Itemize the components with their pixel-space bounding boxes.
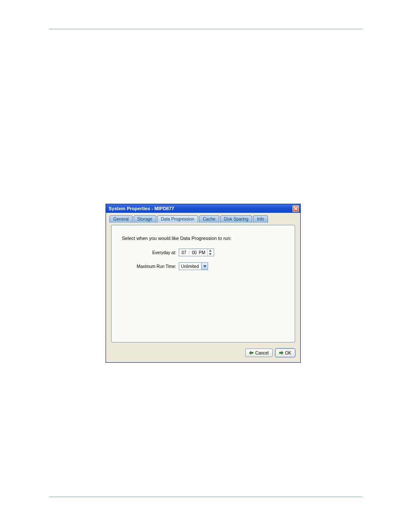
select-arrow-button[interactable] (201, 263, 208, 270)
close-icon (294, 207, 298, 211)
chevron-up-icon (209, 250, 212, 252)
max-run-value: Unlimited (181, 264, 199, 269)
ok-button[interactable]: OK (275, 348, 295, 357)
svg-marker-4 (203, 265, 206, 268)
time-ampm[interactable]: PM (198, 250, 206, 255)
window-title: System Properties - MIPD877 (109, 206, 174, 211)
everyday-row: Everyday at: 07 : 00 PM (133, 249, 287, 256)
content-panel: Select when you would like Data Progress… (111, 225, 295, 342)
svg-marker-6 (279, 351, 283, 355)
svg-marker-3 (209, 253, 212, 255)
tab-data-progression[interactable]: Data Progression (157, 215, 198, 223)
system-properties-dialog: System Properties - MIPD877 General Stor… (106, 204, 301, 363)
spin-down-button[interactable] (208, 252, 213, 256)
back-arrow-icon (249, 351, 253, 355)
cancel-label: Cancel (255, 351, 268, 355)
max-run-label: Maximum Run Time: (133, 264, 176, 269)
tab-label: Data Progression (161, 217, 194, 221)
ok-label: OK (285, 351, 291, 355)
tab-label: Cache (203, 217, 215, 221)
header-rule (49, 29, 362, 29)
tab-strip: General Storage Data Progression Cache D… (106, 213, 300, 223)
tab-label: Storage (137, 217, 153, 221)
footer-rule (49, 497, 362, 497)
tab-info[interactable]: Info (253, 215, 268, 223)
tab-storage[interactable]: Storage (134, 215, 156, 223)
time-input[interactable]: 07 : 00 PM (179, 249, 214, 256)
instruction-text: Select when you would like Data Progress… (122, 236, 287, 241)
time-hour[interactable]: 07 (180, 250, 188, 255)
tab-label: Info (257, 217, 264, 221)
close-button[interactable] (293, 205, 299, 212)
chevron-down-icon (209, 253, 212, 255)
time-spinner (207, 249, 213, 256)
dialog-buttons: Cancel OK (245, 348, 295, 357)
spin-up-button[interactable] (208, 249, 213, 252)
titlebar[interactable]: System Properties - MIPD877 (106, 204, 300, 213)
everyday-label: Everyday at: (133, 250, 176, 255)
dialog-body: General Storage Data Progression Cache D… (106, 213, 300, 362)
svg-marker-5 (249, 351, 253, 355)
cancel-button[interactable]: Cancel (245, 348, 272, 357)
svg-marker-2 (209, 250, 212, 252)
tab-general[interactable]: General (109, 215, 133, 223)
tab-cache[interactable]: Cache (199, 215, 219, 223)
max-run-select[interactable]: Unlimited (179, 262, 208, 270)
max-run-row: Maximum Run Time: Unlimited (133, 262, 287, 270)
chevron-down-icon (203, 265, 206, 268)
tab-label: General (113, 217, 129, 221)
tab-disk-sparing[interactable]: Disk Sparing (220, 215, 252, 223)
time-minute[interactable]: 00 (190, 250, 198, 255)
tab-label: Disk Sparing (224, 217, 249, 221)
forward-arrow-icon (279, 351, 283, 355)
